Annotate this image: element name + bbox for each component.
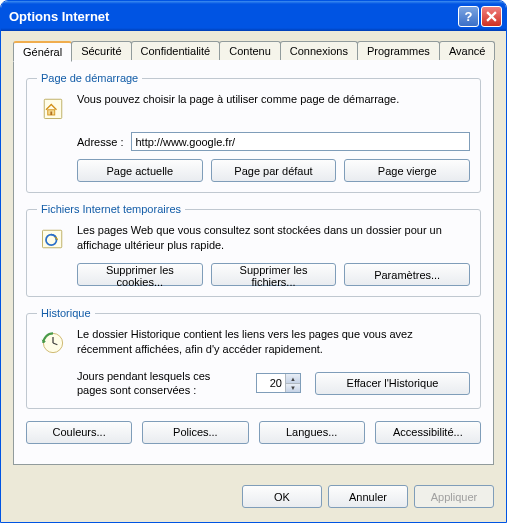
delete-files-button[interactable]: Supprimer les fichiers... [211,263,337,286]
svg-rect-2 [50,112,52,116]
help-button[interactable]: ? [458,6,479,27]
history-days-label: Jours pendant lesquels ces pages sont co… [77,369,242,398]
close-button[interactable] [481,6,502,27]
history-icon [37,327,69,359]
legend-history: Historique [37,307,95,319]
colors-button[interactable]: Couleurs... [26,421,132,444]
spinner-down[interactable]: ▼ [286,384,300,393]
dialog-button-row: OK Annuler Appliquer [1,475,506,522]
legend-startpage: Page de démarrage [37,72,142,84]
blank-page-button[interactable]: Page vierge [344,159,470,182]
tab-security[interactable]: Sécurité [71,41,131,60]
legend-tempfiles: Fichiers Internet temporaires [37,203,185,215]
tab-panel-general: Page de démarrage Vous pouvez choisir la… [13,59,494,465]
client-area: Général Sécurité Confidentialité Contenu… [1,31,506,475]
history-days-spinner: ▲ ▼ [256,373,301,393]
clear-history-button[interactable]: Effacer l'Historique [315,372,470,395]
default-page-button[interactable]: Page par défaut [211,159,337,182]
tab-strip: Général Sécurité Confidentialité Contenu… [13,39,494,59]
tab-advanced[interactable]: Avancé [439,41,496,60]
accessibility-button[interactable]: Accessibilité... [375,421,481,444]
address-input[interactable] [131,132,470,151]
tab-programs[interactable]: Programmes [357,41,440,60]
cancel-button[interactable]: Annuler [328,485,408,508]
close-icon [486,11,497,22]
tab-content[interactable]: Contenu [219,41,281,60]
options-dialog: Options Internet ? Général Sécurité Conf… [0,0,507,523]
address-label: Adresse : [77,136,123,148]
tab-privacy[interactable]: Confidentialité [131,41,221,60]
group-history: Historique Le dossier Historique contien… [26,307,481,409]
apply-button[interactable]: Appliquer [414,485,494,508]
group-startpage: Page de démarrage Vous pouvez choisir la… [26,72,481,193]
tab-general[interactable]: Général [13,41,72,62]
spinner-up[interactable]: ▲ [286,374,300,384]
startpage-desc: Vous pouvez choisir la page à utiliser c… [77,92,470,107]
titlebar: Options Internet ? [1,1,506,31]
tempfiles-icon [37,223,69,255]
tempfiles-desc: Les pages Web que vous consultez sont st… [77,223,470,254]
window-title: Options Internet [9,9,456,24]
delete-cookies-button[interactable]: Supprimer les cookies... [77,263,203,286]
bottom-button-row: Couleurs... Polices... Langues... Access… [26,421,481,444]
home-icon [37,92,69,124]
languages-button[interactable]: Langues... [259,421,365,444]
history-desc: Le dossier Historique contient les liens… [77,327,470,358]
fonts-button[interactable]: Polices... [142,421,248,444]
history-days-input[interactable] [257,374,285,392]
settings-button[interactable]: Paramètres... [344,263,470,286]
tab-connections[interactable]: Connexions [280,41,358,60]
group-tempfiles: Fichiers Internet temporaires Les pages … [26,203,481,297]
ok-button[interactable]: OK [242,485,322,508]
current-page-button[interactable]: Page actuelle [77,159,203,182]
